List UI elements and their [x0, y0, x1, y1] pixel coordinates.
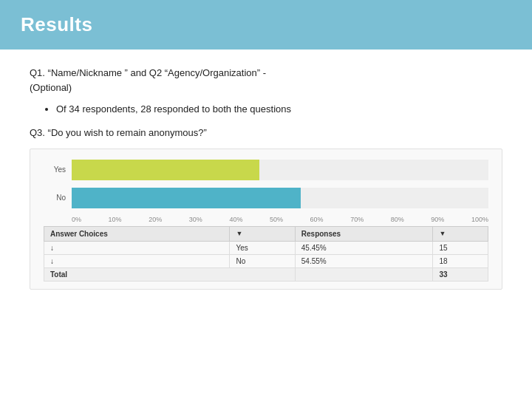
cell-total-percent: [295, 267, 433, 281]
x-tick-10: 10%: [109, 216, 122, 223]
x-tick-70: 70%: [350, 216, 364, 223]
cell-yes-arrow: ↓: [44, 241, 230, 254]
bullet-list: Of 34 respondents, 28 responded to both …: [43, 102, 502, 117]
table-row: ↓ Yes 45.45% 15: [44, 241, 488, 254]
x-tick-60: 60%: [310, 216, 324, 223]
col-sort-2: ▼: [433, 226, 488, 241]
cell-yes-count: 15: [433, 241, 488, 254]
bar-row-no: No: [44, 188, 488, 208]
cell-no-arrow: ↓: [44, 254, 230, 267]
col-answer-choices: Answer Choices: [44, 226, 230, 241]
page-content: Q1. “Name/Nickname ” and Q2 “Agency/Orga…: [0, 50, 532, 310]
q1-text: Q1. “Name/Nickname ” and Q2 “Agency/Orga…: [30, 66, 502, 95]
cell-no-label: No: [230, 254, 295, 267]
bar-row-yes: Yes: [44, 160, 488, 180]
page-title: Results: [21, 13, 511, 36]
x-tick-40: 40%: [229, 216, 242, 223]
cell-total-label: Total: [44, 267, 296, 281]
cell-yes-label: Yes: [230, 241, 295, 254]
table-total-row: Total 33: [44, 267, 488, 281]
cell-no-percent: 54.55%: [295, 254, 433, 267]
col-responses: Responses: [295, 226, 433, 241]
table-header-row: Answer Choices ▼ Responses ▼: [44, 226, 488, 241]
bar-container-no: [72, 188, 488, 208]
x-axis: 0% 10% 20% 30% 40% 50% 60% 70% 80% 90% 1…: [44, 216, 488, 223]
q1-line1: Q1. “Name/Nickname ” and Q2 “Agency/Orga…: [30, 67, 266, 78]
bar-label-no: No: [44, 194, 66, 202]
x-tick-0: 0%: [72, 216, 81, 223]
cell-no-count: 18: [433, 254, 488, 267]
q3-title: Q3. “Do you wish to remain anonymous?”: [30, 127, 502, 138]
bar-fill-yes: [72, 160, 259, 180]
x-tick-50: 50%: [270, 216, 283, 223]
page-header: Results: [0, 0, 532, 50]
bar-chart: Yes No 0% 10% 20% 30% 40% 50% 60%: [44, 160, 488, 223]
x-tick-80: 80%: [391, 216, 404, 223]
x-tick-90: 90%: [431, 216, 444, 223]
x-tick-20: 20%: [149, 216, 162, 223]
cell-total-count: 33: [433, 267, 488, 281]
bar-container-yes: [72, 160, 488, 180]
table-row: ↓ No 54.55% 18: [44, 254, 488, 267]
q1-optional: (Optional): [30, 82, 72, 93]
x-tick-30: 30%: [189, 216, 202, 223]
bullet-item-1: Of 34 respondents, 28 responded to both …: [56, 102, 502, 117]
chart-area: Yes No 0% 10% 20% 30% 40% 50% 60%: [30, 149, 502, 290]
bar-label-yes: Yes: [44, 166, 66, 174]
x-tick-100: 100%: [471, 216, 488, 223]
data-table: Answer Choices ▼ Responses ▼ ↓ Yes 45.45…: [44, 226, 488, 282]
bar-fill-no: [72, 188, 301, 208]
col-sort-1: ▼: [230, 226, 295, 241]
cell-yes-percent: 45.45%: [295, 241, 433, 254]
